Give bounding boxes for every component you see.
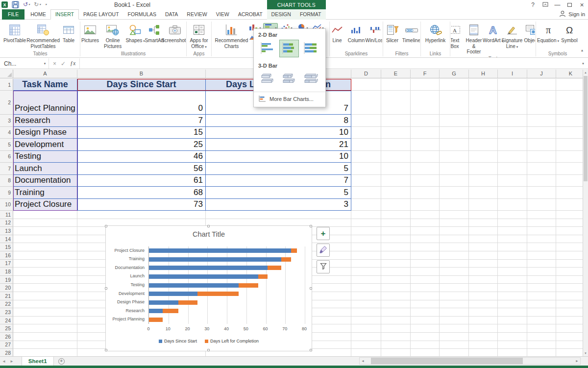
cell-F16[interactable] [411,251,440,260]
menu-item-stacked-bar-3d[interactable] [279,71,299,88]
bar-segment[interactable] [149,257,281,262]
cell-I15[interactable] [498,243,527,251]
cell-G22[interactable] [440,300,469,309]
cell-K21[interactable] [556,292,586,300]
cell-F11[interactable] [411,211,440,219]
cell-A7[interactable]: Launch [13,163,77,175]
cell-H25[interactable] [469,324,498,333]
cell-E9[interactable] [381,187,411,199]
chart-selection-handle[interactable] [105,287,107,290]
cell-J12[interactable] [527,219,556,227]
chart-elements-button[interactable]: + [317,227,330,240]
chart-selection-handle[interactable] [105,225,107,227]
chart-selection-handle[interactable] [105,349,107,351]
cell-K10[interactable] [556,199,586,211]
cancel-icon[interactable]: × [53,60,56,67]
cell-K3[interactable] [556,115,586,127]
row-header-11[interactable]: 11 [0,211,13,219]
tab-view[interactable]: VIEW [212,9,234,20]
cell-D23[interactable] [351,308,381,317]
cell-B3[interactable]: 7 [77,115,206,127]
cell-E7[interactable] [381,163,411,175]
cell-D4[interactable] [351,127,381,139]
cell-A21[interactable] [13,292,77,300]
cell-D8[interactable] [351,175,381,187]
cell-K24[interactable] [556,317,586,325]
cell-A20[interactable] [13,284,77,292]
row-header-9[interactable]: 9 [0,187,13,199]
cell-G26[interactable] [440,333,469,341]
row-header-20[interactable]: 20 [0,284,13,292]
tab-home[interactable]: HOME [26,9,50,20]
cell-J13[interactable] [527,227,556,235]
row-header-28[interactable]: 28 [0,349,13,356]
cell-F3[interactable] [411,115,440,127]
cell-K17[interactable] [556,260,586,268]
cell-H24[interactable] [469,317,498,325]
column-header-J[interactable]: J [527,70,556,78]
cell-D5[interactable] [351,139,381,151]
cell-I9[interactable] [498,187,527,199]
cell-C7[interactable]: 5 [206,163,351,175]
button-recommended-charts[interactable]: Recommended Charts [216,22,247,49]
button-text-box[interactable]: AText Box [451,22,464,49]
tab-file[interactable]: FILE [2,9,24,20]
button-sparkline-line[interactable]: Line [330,22,346,44]
cell-D14[interactable] [351,235,381,244]
cell-A17[interactable] [13,260,77,268]
cell-E28[interactable] [381,349,411,356]
cell-G12[interactable] [440,219,469,227]
cell-J19[interactable] [527,276,556,284]
cell-I21[interactable] [498,292,527,300]
cell-H1[interactable] [469,79,498,91]
vertical-scroll-thumb[interactable] [584,76,588,181]
cell-G11[interactable] [440,211,469,219]
cell-A2[interactable]: Project Planning [13,91,77,115]
button-sparkline-winloss[interactable]: Win/Loss [366,22,382,44]
cell-D3[interactable] [351,115,381,127]
cell-E16[interactable] [381,251,411,260]
cell-K6[interactable] [556,151,586,163]
cell-J17[interactable] [527,260,556,268]
bar-segment[interactable] [197,292,238,296]
cell-G13[interactable] [440,227,469,235]
cell-K11[interactable] [556,211,586,219]
cell-K19[interactable] [556,276,586,284]
cell-F10[interactable] [411,199,440,211]
cell-K8[interactable] [556,175,586,187]
cell-A25[interactable] [13,324,77,333]
cell-I8[interactable] [498,175,527,187]
cell-A6[interactable]: Testing [13,151,77,163]
cell-C3[interactable]: 8 [206,115,351,127]
cell-I3[interactable] [498,115,527,127]
cell-G7[interactable] [440,163,469,175]
menu-item-clustered-bar[interactable] [258,40,277,57]
cell-I20[interactable] [498,284,527,292]
row-header-24[interactable]: 24 [0,317,13,325]
cell-D11[interactable] [351,211,381,219]
cell-K16[interactable] [556,251,586,260]
qat-customize-button[interactable]: ▾ [45,1,47,8]
cell-G6[interactable] [440,151,469,163]
chart-styles-button[interactable] [317,244,330,257]
cell-H2[interactable] [469,91,498,115]
cell-F25[interactable] [411,324,440,333]
cell-G20[interactable] [440,284,469,292]
button-hyperlink[interactable]: Hyperlink [424,22,447,44]
cell-H20[interactable] [469,284,498,292]
cell-A23[interactable] [13,308,77,317]
tab-insert[interactable]: INSERT [50,9,79,20]
row-header-18[interactable]: 18 [0,268,13,276]
tab-format[interactable]: FORMAT [295,9,326,20]
row-header-15[interactable]: 15 [0,243,13,251]
cell-I26[interactable] [498,333,527,341]
cell-B5[interactable]: 25 [77,139,206,151]
cell-F14[interactable] [411,235,440,244]
cell-F13[interactable] [411,227,440,235]
cell-D21[interactable] [351,292,381,300]
redo-button[interactable]: ↻▾ [34,1,41,8]
cell-H11[interactable] [469,211,498,219]
chart-selection-handle[interactable] [310,349,312,351]
bar-segment[interactable] [258,274,268,279]
button-pictures[interactable]: Pictures [81,22,99,44]
